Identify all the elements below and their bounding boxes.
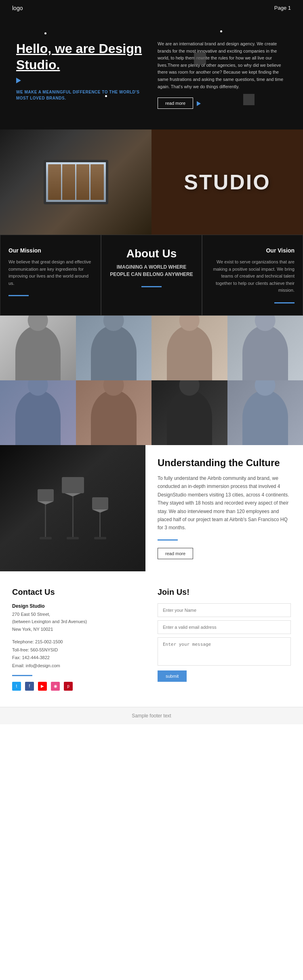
email-input[interactable] — [158, 620, 291, 634]
hero-left: Hello, we are Design Studio. WE MAKE A M… — [16, 40, 145, 109]
rect-decoration-2 — [243, 94, 255, 105]
culture-text: To fully understand the Airbnb community… — [158, 474, 291, 532]
about-underline — [141, 286, 162, 287]
light-pole-2 — [72, 496, 74, 537]
studio-left-image — [0, 129, 152, 235]
facebook-icon[interactable]: f — [25, 682, 34, 691]
vision-card: Our Vision We exist to serve organizatio… — [202, 235, 303, 316]
person-silhouette-4 — [227, 316, 303, 380]
logo: logo — [12, 5, 23, 11]
thumb-3 — [76, 164, 89, 200]
contact-address: 270 East 50 Street, (between Lexington a… — [12, 611, 145, 633]
play-icon[interactable] — [16, 78, 21, 83]
person-silhouette-5 — [0, 380, 76, 445]
person-silhouette-6 — [76, 380, 152, 445]
message-input[interactable] — [158, 637, 291, 666]
mission-title: Our Mission — [8, 247, 93, 254]
dot-decoration-2 — [220, 30, 222, 32]
about-section: Our Mission We believe that great design… — [0, 235, 303, 316]
dribbble-icon[interactable]: ◉ — [51, 682, 60, 691]
monitor-screen — [46, 162, 106, 202]
team-member-4 — [227, 316, 303, 380]
dot-decoration-1 — [44, 32, 46, 34]
thumb-2 — [62, 164, 75, 200]
light-pole-1 — [45, 505, 46, 537]
pinterest-icon[interactable]: p — [64, 682, 73, 691]
contact-link-bar — [12, 675, 32, 676]
join-form: submit — [158, 603, 291, 682]
culture-section: Understanding the Culture To fully under… — [0, 445, 303, 571]
read-more-button[interactable]: read more — [158, 98, 193, 109]
about-title: About Us — [109, 247, 194, 260]
culture-left-image — [0, 445, 145, 571]
vision-underline — [274, 302, 295, 303]
footer: Sample footer text — [0, 707, 303, 724]
footer-text: Sample footer text — [132, 713, 171, 719]
light-pole-3 — [99, 513, 101, 537]
contact-join-section: Contact Us Design Studio 270 East 50 Str… — [0, 571, 303, 707]
studio-label: STUDIO — [184, 170, 270, 194]
page-number: Page 1 — [274, 5, 291, 11]
dot-decoration-3 — [105, 95, 107, 97]
vision-title: Our Vision — [210, 247, 295, 254]
light-stand-3 — [92, 497, 108, 539]
person-silhouette-3 — [152, 316, 227, 380]
light-base-3 — [94, 537, 106, 539]
light-base-2 — [67, 537, 79, 539]
culture-title: Understanding the Culture — [158, 457, 291, 469]
rect-decoration-1 — [194, 53, 206, 65]
person-silhouette-8 — [227, 380, 303, 445]
team-member-1 — [0, 316, 76, 380]
about-card-center: About Us IMAGINING A WORLD WHERE PEOPLE … — [101, 235, 202, 316]
name-input[interactable] — [158, 603, 291, 617]
team-member-6 — [76, 380, 152, 445]
culture-read-more-button[interactable]: read more — [158, 548, 193, 559]
youtube-icon[interactable]: ▶ — [38, 682, 47, 691]
person-silhouette-7 — [152, 380, 227, 445]
studio-left-inner — [0, 129, 152, 235]
social-icons: t f ▶ ◉ p — [12, 682, 145, 691]
light-head-3 — [92, 497, 108, 509]
join-section: Join Us! submit — [158, 588, 291, 691]
light-stand-1 — [38, 489, 54, 539]
team-member-2 — [76, 316, 152, 380]
team-member-8 — [227, 380, 303, 445]
team-member-5 — [0, 380, 76, 445]
join-title: Join Us! — [158, 588, 291, 597]
culture-underline — [158, 539, 178, 541]
vision-text: We exist to serve organizations that are… — [210, 259, 295, 294]
submit-button[interactable]: submit — [158, 670, 187, 682]
mission-underline — [8, 295, 29, 296]
light-stand-2 — [62, 477, 84, 539]
person-silhouette-1 — [0, 316, 76, 380]
hero-title: Hello, we are Design Studio. — [16, 40, 145, 73]
hero-subtitle: WE MAKE A MEANINGFUL DIFFERENCE TO THE W… — [16, 89, 145, 101]
person-silhouette-2 — [76, 316, 152, 380]
mission-text: We believe that great design and effecti… — [8, 259, 93, 287]
hero-section: logo Page 1 Hello, we are Design Studio.… — [0, 0, 303, 129]
thumb-1 — [48, 164, 61, 200]
team-member-7 — [152, 380, 227, 445]
hero-right: We are an international brand and design… — [158, 40, 287, 109]
contact-title: Contact Us — [12, 588, 145, 597]
contact-phone: Telephone: 215-002-1500 Toll-free: 560-5… — [12, 638, 145, 670]
team-member-3 — [152, 316, 227, 380]
culture-left-inner — [0, 445, 145, 571]
team-grid — [0, 316, 303, 445]
culture-right-content: Understanding the Culture To fully under… — [145, 445, 303, 571]
play-icon-right[interactable] — [197, 101, 201, 106]
contact-section: Contact Us Design Studio 270 East 50 Str… — [12, 588, 145, 691]
about-subtitle: IMAGINING A WORLD WHERE PEOPLE CAN BELON… — [109, 263, 194, 278]
hero-description: We are an international brand and design… — [158, 40, 287, 90]
twitter-icon[interactable]: t — [12, 682, 21, 691]
light-head-1 — [38, 489, 54, 501]
light-head-2 — [62, 477, 84, 493]
monitor-shape — [44, 160, 108, 204]
contact-social-row: t f ▶ ◉ p — [12, 675, 145, 691]
thumb-4 — [90, 164, 103, 200]
studio-right-image: STUDIO — [152, 129, 303, 235]
studio-lights — [38, 477, 108, 539]
contact-company: Design Studio — [12, 603, 145, 609]
studio-images-section: STUDIO — [0, 129, 303, 235]
mission-card: Our Mission We believe that great design… — [0, 235, 101, 316]
